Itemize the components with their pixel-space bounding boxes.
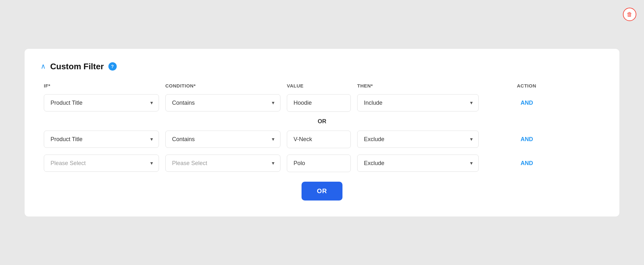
condition-select-1[interactable]: Contains Does not contain Equals <box>165 94 280 111</box>
card-header: ∧ Custom Filter ? <box>41 62 603 72</box>
or-button-row: OR <box>41 182 603 201</box>
col-action-label: ACTION <box>485 83 536 88</box>
if-select-wrapper-3: Please Select Product Title Product Pric… <box>44 155 159 172</box>
action-and-1[interactable]: AND <box>485 100 536 106</box>
if-select-wrapper-2: Product Title Product Price Product Tag … <box>44 131 159 148</box>
if-select-1[interactable]: Product Title Product Price Product Tag <box>44 94 159 111</box>
then-select-2[interactable]: Exclude Include <box>357 131 479 148</box>
value-input-1[interactable] <box>287 94 351 112</box>
condition-select-wrapper-3: Please Select Contains Does not contain … <box>165 155 280 172</box>
help-icon[interactable]: ? <box>108 62 117 71</box>
then-select-wrapper-2: Exclude Include ▼ <box>357 131 479 148</box>
table-header: IF* CONDITION* VALUE THEN* ACTION <box>41 83 603 88</box>
collapse-icon[interactable]: ∧ <box>41 62 46 71</box>
col-value-label: VALUE <box>287 83 357 88</box>
action-and-2[interactable]: AND <box>485 136 536 143</box>
custom-filter-card: ∧ Custom Filter ? IF* CONDITION* VALUE T… <box>25 49 619 216</box>
or-divider: OR <box>41 118 603 125</box>
condition-select-wrapper-2: Contains Does not contain Equals ▼ <box>165 131 280 148</box>
action-and-3[interactable]: AND <box>485 160 536 167</box>
value-input-3[interactable] <box>287 155 351 172</box>
condition-select-wrapper-1: Contains Does not contain Equals ▼ <box>165 94 280 111</box>
filter-row-3: Please Select Product Title Product Pric… <box>41 155 603 172</box>
if-select-wrapper-1: Product Title Product Price Product Tag … <box>44 94 159 111</box>
then-select-1[interactable]: Include Exclude <box>357 94 479 111</box>
trash-icon: 🗑 <box>627 11 632 18</box>
then-select-wrapper-1: Include Exclude ▼ <box>357 94 479 111</box>
condition-select-2[interactable]: Contains Does not contain Equals <box>165 131 280 148</box>
card-title: Custom Filter <box>50 62 104 72</box>
filter-row-1: Product Title Product Price Product Tag … <box>41 94 603 112</box>
then-select-wrapper-3: Exclude Include ▼ <box>357 155 479 172</box>
col-if-label: IF* <box>44 83 165 88</box>
if-select-2[interactable]: Product Title Product Price Product Tag <box>44 131 159 148</box>
col-then-label: THEN* <box>357 83 485 88</box>
delete-top-button[interactable]: 🗑 <box>623 8 636 21</box>
if-select-3[interactable]: Please Select Product Title Product Pric… <box>44 155 159 172</box>
filter-row-2: Product Title Product Price Product Tag … <box>41 131 603 148</box>
then-select-3[interactable]: Exclude Include <box>357 155 479 172</box>
or-button[interactable]: OR <box>302 182 342 201</box>
col-condition-label: CONDITION* <box>165 83 287 88</box>
value-input-2[interactable] <box>287 131 351 148</box>
condition-select-3[interactable]: Please Select Contains Does not contain … <box>165 155 280 172</box>
